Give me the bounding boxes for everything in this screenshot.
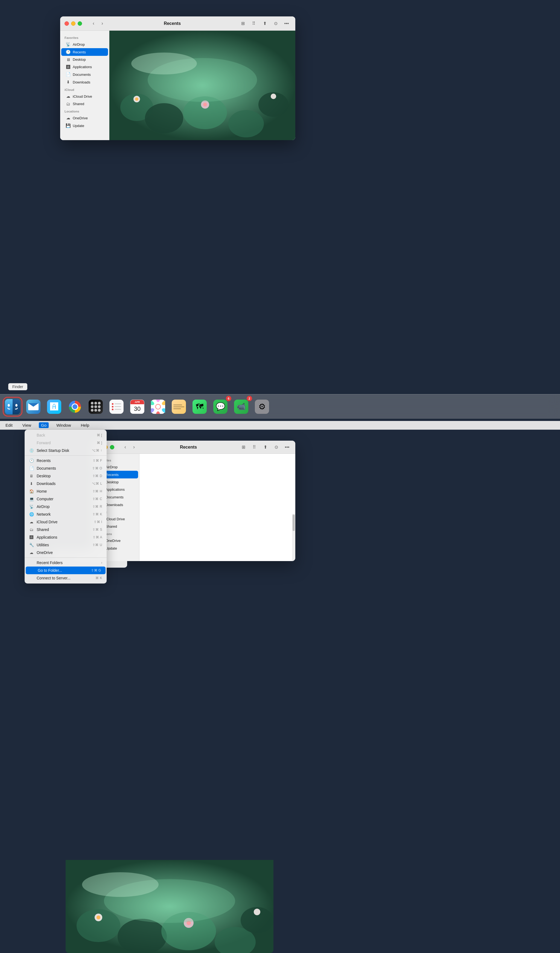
menu-airdrop[interactable]: 📡 AirDrop ⇧⌘ R [25, 503, 107, 511]
dock-launchpad[interactable] [86, 397, 105, 417]
menu-home[interactable]: 🏠 Home ⇧⌘ H [25, 487, 107, 495]
dock-maps[interactable]: 🗺 [190, 397, 209, 417]
more-button-2[interactable]: ••• [283, 443, 291, 451]
menu-go-to-folder[interactable]: Go to Folder... ⇧⌘ G [26, 567, 105, 574]
menu-applications[interactable]: 🅰 Applications ⇧⌘ A [25, 534, 107, 541]
menu-startup-disk[interactable]: 💿 Select Startup Disk ⌥⌘ ↑ [25, 447, 107, 454]
finder-body-top: Favorites 📡 AirDrop 🕐 Recents 🖥 Desktop … [60, 31, 295, 140]
view-toggle[interactable]: ⊞ [238, 20, 247, 27]
utilities-menu-label: Utilities [37, 543, 90, 547]
view-grid[interactable]: ⠿ [249, 20, 258, 27]
menu-computer[interactable]: 💻 Computer ⇧⌘ C [25, 495, 107, 503]
sidebar-label-desktop: Desktop [73, 57, 86, 62]
svg-point-20 [156, 405, 160, 409]
maximize-button[interactable] [78, 21, 82, 26]
documents-icon: 📄 [66, 72, 71, 77]
share-button[interactable]: ⬆ [260, 20, 269, 27]
menu-recents[interactable]: 🕐 Recents ⇧⌘ F [25, 457, 107, 464]
shared-menu-icon: 🗂 [29, 528, 34, 532]
desktop-menu-icon: 🖥 [29, 474, 34, 478]
menu-desktop[interactable]: 🖥 Desktop ⇧⌘ D [25, 472, 107, 480]
maximize-btn-2[interactable] [110, 445, 114, 449]
menu-window[interactable]: Window [54, 422, 73, 428]
minimize-button[interactable] [71, 21, 76, 26]
dock-settings[interactable]: ⚙ [252, 397, 272, 417]
go-to-folder-label: Go to Folder... [38, 568, 88, 573]
lp-dot [94, 409, 97, 411]
menu-documents[interactable]: 📄 Documents ⇧⌘ O [25, 464, 107, 472]
dock-facetime[interactable]: 📹 2 [231, 397, 251, 417]
finder-sidebar-top: Favorites 📡 AirDrop 🕐 Recents 🖥 Desktop … [60, 31, 109, 140]
sidebar-item-downloads[interactable]: ⬇ Downloads [61, 78, 108, 86]
menu-onedrive[interactable]: ☁ OneDrive [25, 549, 107, 556]
dock-notes[interactable] [169, 397, 189, 417]
menubar: Edit View Go Window Help [0, 421, 560, 430]
reminders-icon [109, 400, 124, 414]
menu-view[interactable]: View [20, 422, 33, 428]
back-button-2[interactable]: ‹ [121, 443, 129, 451]
finder-right-eye [15, 404, 17, 407]
sidebar-item-update[interactable]: 💾 Update [61, 122, 108, 129]
menu-utilities[interactable]: 🔧 Utilities ⇧⌘ U [25, 541, 107, 549]
dock-messages[interactable]: 💬 6 [210, 397, 230, 417]
sidebar-item-onedrive[interactable]: ☁ OneDrive [61, 114, 108, 122]
sidebar-item-airdrop[interactable]: 📡 AirDrop [61, 40, 108, 48]
menu-recent-folders[interactable]: Recent Folders › [25, 559, 107, 567]
lily-background [109, 31, 295, 140]
menu-help[interactable]: Help [79, 422, 91, 428]
sidebar-item-recents[interactable]: 🕐 Recents [61, 48, 108, 56]
sidebar-item-documents[interactable]: 📄 Documents [61, 71, 108, 78]
scrollbar[interactable] [292, 514, 295, 561]
sidebar-item-applications[interactable]: 🅰 Applications [61, 63, 108, 71]
menu-edit[interactable]: Edit [3, 422, 15, 428]
home-menu-label: Home [37, 489, 90, 494]
startup-disk-icon: 💿 [29, 448, 34, 453]
view-grid-2[interactable]: ⠿ [250, 443, 259, 451]
svg-point-7 [135, 98, 138, 101]
desktop-menu-label: Desktop [37, 474, 90, 478]
forward-shortcut: ⌘ ] [97, 441, 102, 445]
finder-titlebar-top: ‹ › Recents ⊞ ⠿ ⬆ ⊙ ••• [60, 16, 295, 31]
forward-button[interactable]: › [99, 20, 106, 27]
dock-chrome[interactable] [65, 397, 85, 417]
menu-connect-server[interactable]: Connect to Server... ⌘ K [25, 574, 107, 582]
menu-go[interactable]: Go [39, 422, 49, 428]
menu-back: Back ⌘ [ [25, 431, 107, 439]
dock-appstore[interactable]: 🅰 [44, 397, 64, 417]
menu-downloads[interactable]: ⬇ Downloads ⌥⌘ L [25, 480, 107, 487]
share-button-2[interactable]: ⬆ [261, 443, 270, 451]
dock-photos[interactable] [148, 397, 168, 417]
downloads-menu-label: Downloads [37, 481, 89, 486]
tag-button-2[interactable]: ⊙ [272, 443, 280, 451]
chrome-icon [69, 401, 81, 413]
menu-network[interactable]: 🌐 Network ⇧⌘ K [25, 511, 107, 518]
tag-button[interactable]: ⊙ [271, 20, 280, 27]
sidebar-label-recents: Recents [73, 50, 86, 54]
nav-buttons: ‹ › [90, 20, 106, 27]
back-button[interactable]: ‹ [90, 20, 97, 27]
view-toggle-2[interactable]: ⊞ [239, 443, 248, 451]
dock-mail[interactable] [23, 397, 43, 417]
close-button[interactable] [65, 21, 69, 26]
favorites-label: Favorites [60, 34, 109, 40]
sidebar-item-icloud[interactable]: ☁ iCloud Drive [61, 93, 108, 100]
svg-point-23 [118, 919, 167, 953]
more-button[interactable]: ••• [282, 20, 291, 27]
finder-window-top: ‹ › Recents ⊞ ⠿ ⬆ ⊙ ••• Favorites 📡 AirD… [60, 16, 295, 140]
sidebar-item-shared[interactable]: 🗂 Shared [61, 100, 108, 107]
dock-calendar[interactable]: APR 30 [127, 397, 147, 417]
menu-shared[interactable]: 🗂 Shared ⇧⌘ S [25, 526, 107, 534]
dock-reminders[interactable] [107, 397, 126, 417]
facetime-icon: 📹 [234, 400, 248, 414]
calendar-icon: APR 30 [130, 400, 144, 414]
messages-icon: 💬 [213, 400, 227, 414]
connect-server-shortcut: ⌘ K [96, 576, 102, 580]
window-title-top: Recents [108, 21, 236, 26]
back-label: Back [37, 433, 94, 438]
scroll-thumb[interactable] [292, 515, 295, 531]
dock-finder[interactable] [3, 397, 22, 417]
second-finder-titlebar: ‹ › Recents ⊞ ⠿ ⬆ ⊙ ••• [93, 441, 295, 454]
menu-icloud[interactable]: ☁ iCloud Drive ⇧⌘ I [25, 518, 107, 526]
sidebar-item-desktop[interactable]: 🖥 Desktop [61, 56, 108, 63]
forward-button-2[interactable]: › [130, 443, 138, 451]
